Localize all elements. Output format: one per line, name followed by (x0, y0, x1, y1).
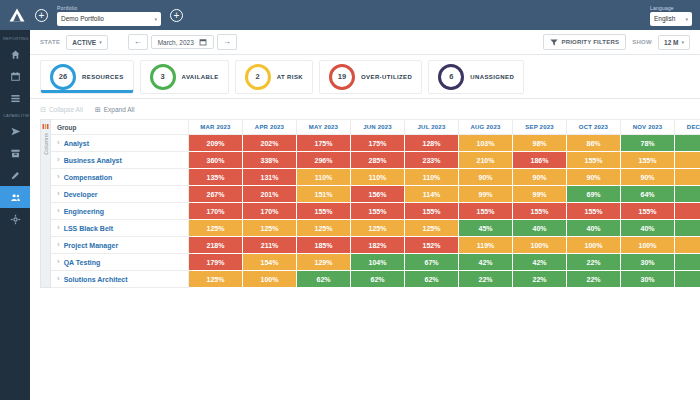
heatmap-cell[interactable]: 40% (621, 220, 675, 237)
heatmap-cell-clipped[interactable] (675, 186, 700, 203)
heatmap-cell[interactable]: 154% (243, 254, 297, 271)
portfolio-select[interactable]: Demo Portfolio ▾ (57, 12, 161, 26)
sidebar-item-home[interactable] (0, 43, 30, 65)
heatmap-cell[interactable]: 110% (297, 169, 351, 186)
group-cell-solutions-architect[interactable]: ›Solutions Architect (51, 271, 189, 288)
heatmap-cell[interactable]: 40% (567, 220, 621, 237)
heatmap-cell[interactable]: 201% (243, 186, 297, 203)
heatmap-cell[interactable]: 155% (621, 203, 675, 220)
heatmap-cell-clipped[interactable] (675, 152, 700, 169)
group-cell-project-manager[interactable]: ›Project Manager (51, 237, 189, 254)
state-select[interactable]: ACTIVE ▾ (66, 35, 107, 50)
sidebar-item-plane[interactable] (0, 120, 30, 142)
heatmap-cell[interactable]: 129% (297, 254, 351, 271)
heatmap-cell[interactable]: 114% (405, 186, 459, 203)
heatmap-cell[interactable]: 210% (459, 152, 513, 169)
heatmap-cell[interactable]: 125% (243, 220, 297, 237)
heatmap-cell[interactable]: 22% (567, 271, 621, 288)
stat-card-at-risk[interactable]: 2AT RISK (235, 60, 313, 94)
heatmap-cell[interactable]: 100% (243, 271, 297, 288)
heatmap-cell[interactable]: 267% (189, 186, 243, 203)
stat-card-resources[interactable]: 26RESOURCES (40, 60, 134, 94)
show-range-select[interactable]: 12 M ▾ (658, 35, 690, 50)
group-cell-developer[interactable]: ›Developer (51, 186, 189, 203)
heatmap-cell[interactable]: 285% (351, 152, 405, 169)
heatmap-cell-clipped[interactable] (675, 169, 700, 186)
heatmap-cell[interactable]: 42% (513, 254, 567, 271)
heatmap-cell[interactable]: 30% (621, 271, 675, 288)
group-cell-analyst[interactable]: ›Analyst (51, 135, 189, 152)
add-item-button[interactable]: + (170, 9, 183, 22)
sidebar-item-reports[interactable] (0, 87, 30, 109)
heatmap-cell[interactable]: 186% (513, 152, 567, 169)
heatmap-cell[interactable]: 22% (513, 271, 567, 288)
heatmap-cell[interactable]: 155% (297, 203, 351, 220)
heatmap-cell[interactable]: 156% (351, 186, 405, 203)
columns-tab[interactable]: Columns (40, 119, 51, 288)
heatmap-cell[interactable]: 78% (621, 135, 675, 152)
heatmap-cell[interactable]: 110% (405, 169, 459, 186)
stat-card-available[interactable]: 3AVAILABLE (140, 60, 229, 94)
heatmap-cell-clipped[interactable] (675, 203, 700, 220)
heatmap-cell-clipped[interactable] (675, 220, 700, 237)
heatmap-cell[interactable]: 125% (189, 271, 243, 288)
heatmap-cell[interactable]: 62% (297, 271, 351, 288)
collapse-all-button[interactable]: ⊟ Collapse All (40, 106, 83, 113)
heatmap-cell[interactable]: 296% (297, 152, 351, 169)
heatmap-cell[interactable]: 22% (567, 254, 621, 271)
heatmap-cell[interactable]: 360% (189, 152, 243, 169)
heatmap-cell[interactable]: 104% (351, 254, 405, 271)
heatmap-cell[interactable]: 233% (405, 152, 459, 169)
heatmap-cell[interactable]: 135% (189, 169, 243, 186)
heatmap-cell[interactable]: 131% (243, 169, 297, 186)
sidebar-item-gear[interactable] (0, 208, 30, 230)
date-picker[interactable]: March, 2023 (151, 35, 214, 49)
heatmap-cell[interactable]: 182% (351, 237, 405, 254)
heatmap-cell[interactable]: 155% (459, 203, 513, 220)
heatmap-cell[interactable]: 64% (621, 186, 675, 203)
group-cell-engineering[interactable]: ›Engineering (51, 203, 189, 220)
heatmap-cell[interactable]: 128% (405, 135, 459, 152)
heatmap-cell[interactable]: 151% (297, 186, 351, 203)
heatmap-cell-clipped[interactable] (675, 254, 700, 271)
group-cell-lss-black-belt[interactable]: ›LSS Black Belt (51, 220, 189, 237)
heatmap-cell[interactable]: 90% (621, 169, 675, 186)
prev-month-button[interactable]: ← (128, 34, 148, 50)
stat-card-unassigned[interactable]: 6UNASSIGNED (428, 60, 524, 94)
heatmap-cell[interactable]: 40% (513, 220, 567, 237)
heatmap-cell[interactable]: 179% (189, 254, 243, 271)
heatmap-cell[interactable]: 125% (297, 220, 351, 237)
heatmap-cell[interactable]: 170% (189, 203, 243, 220)
heatmap-cell[interactable]: 98% (513, 135, 567, 152)
sidebar-item-people[interactable] (0, 186, 30, 208)
sidebar-item-pen[interactable] (0, 164, 30, 186)
heatmap-cell[interactable]: 99% (513, 186, 567, 203)
heatmap-cell[interactable]: 100% (567, 237, 621, 254)
priority-filters-button[interactable]: PRIORITY FILTERS (543, 34, 627, 50)
stat-card-over-utilized[interactable]: 19OVER-UTILIZED (319, 60, 422, 94)
heatmap-cell[interactable]: 86% (567, 135, 621, 152)
language-select[interactable]: English ▾ (650, 12, 692, 26)
heatmap-cell[interactable]: 155% (405, 203, 459, 220)
heatmap-cell[interactable]: 67% (405, 254, 459, 271)
heatmap-cell[interactable]: 99% (459, 186, 513, 203)
heatmap-cell[interactable]: 110% (351, 169, 405, 186)
heatmap-cell[interactable]: 155% (567, 152, 621, 169)
heatmap-cell[interactable]: 338% (243, 152, 297, 169)
heatmap-cell[interactable]: 90% (459, 169, 513, 186)
heatmap-cell[interactable]: 90% (567, 169, 621, 186)
heatmap-cell[interactable]: 103% (459, 135, 513, 152)
heatmap-cell[interactable]: 125% (405, 220, 459, 237)
heatmap-cell-clipped[interactable] (675, 271, 700, 288)
heatmap-cell[interactable]: 45% (459, 220, 513, 237)
heatmap-cell[interactable]: 119% (459, 237, 513, 254)
heatmap-cell[interactable]: 62% (405, 271, 459, 288)
heatmap-cell[interactable]: 211% (243, 237, 297, 254)
heatmap-cell[interactable]: 90% (513, 169, 567, 186)
heatmap-cell[interactable]: 155% (621, 152, 675, 169)
heatmap-cell[interactable]: 125% (189, 220, 243, 237)
heatmap-cell[interactable]: 175% (351, 135, 405, 152)
expand-all-button[interactable]: ⊞ Expand All (95, 106, 135, 113)
heatmap-cell[interactable]: 62% (351, 271, 405, 288)
heatmap-cell[interactable]: 22% (459, 271, 513, 288)
